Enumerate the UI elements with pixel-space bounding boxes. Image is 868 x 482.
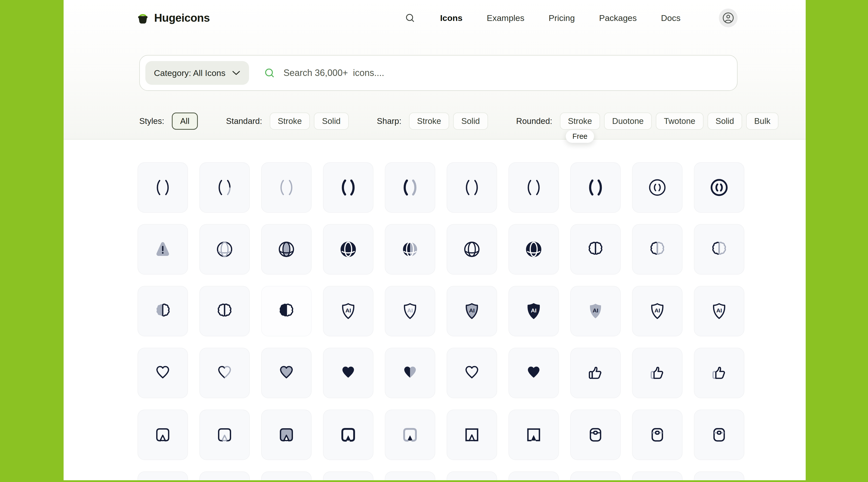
icon-card[interactable] — [508, 162, 559, 213]
parentheses-icon — [586, 178, 605, 197]
icon-card[interactable] — [446, 348, 497, 398]
icon-card[interactable] — [261, 410, 312, 460]
icon-card[interactable]: AI — [446, 286, 497, 336]
icon-card[interactable] — [385, 472, 435, 480]
style-filters: Styles:AllStandard:StrokeSolidSharp:Stro… — [139, 113, 806, 130]
header: Hugeicons IconsExamplesPricingPackagesDo… — [64, 0, 806, 36]
globe-icon — [215, 240, 235, 259]
icon-card[interactable] — [137, 286, 188, 336]
icon-card[interactable] — [570, 472, 621, 480]
filter-button-bulk[interactable]: Bulk — [746, 113, 778, 130]
icon-card[interactable] — [446, 410, 497, 460]
filter-button-stroke[interactable]: StrokeFree — [560, 113, 600, 130]
filter-button-twotone[interactable]: Twotone — [656, 113, 704, 130]
icon-card[interactable] — [137, 410, 188, 460]
parentheses-icon — [338, 178, 358, 197]
icon-card[interactable] — [261, 162, 312, 213]
logo[interactable]: Hugeicons — [135, 10, 210, 25]
svg-text:AI: AI — [469, 307, 475, 314]
brain-icon — [277, 301, 296, 321]
thumbs-up-icon — [586, 363, 605, 383]
icon-card[interactable] — [694, 348, 744, 398]
icon-card[interactable] — [508, 410, 559, 460]
avatar-button[interactable] — [719, 8, 738, 27]
icon-card[interactable] — [694, 224, 744, 275]
icon-card[interactable] — [508, 348, 559, 398]
filter-button-stroke[interactable]: Stroke — [409, 113, 449, 130]
icon-card[interactable] — [137, 162, 188, 213]
nav-link-packages[interactable]: Packages — [599, 13, 637, 23]
icon-card[interactable] — [323, 472, 373, 480]
search-input[interactable] — [283, 67, 727, 79]
icon-card[interactable] — [323, 162, 373, 213]
icon-card[interactable] — [323, 410, 373, 460]
icon-card[interactable] — [632, 162, 683, 213]
icon-card[interactable] — [570, 348, 621, 398]
filter-button-solid[interactable]: Solid — [453, 113, 488, 130]
parentheses-icon — [215, 178, 235, 197]
heart-icon — [462, 363, 482, 383]
filter-button-solid[interactable]: Solid — [708, 113, 742, 130]
icon-card[interactable] — [632, 348, 683, 398]
search-icon[interactable] — [404, 12, 416, 24]
filter-button-duotone[interactable]: Duotone — [604, 113, 652, 130]
icon-card[interactable] — [385, 224, 435, 275]
icon-card[interactable] — [385, 162, 435, 213]
icon-card[interactable] — [323, 224, 373, 275]
filter-group-label: Rounded: — [516, 116, 552, 126]
icon-card[interactable] — [570, 410, 621, 460]
icon-card[interactable]: AI — [508, 286, 559, 336]
icon-card[interactable] — [694, 472, 744, 480]
icon-card[interactable] — [632, 472, 683, 480]
category-dropdown[interactable]: Category: All Icons — [145, 61, 249, 85]
icon-card[interactable] — [385, 348, 435, 398]
icon-card[interactable]: AI — [323, 286, 373, 336]
icon-card[interactable] — [199, 162, 250, 213]
icon-card[interactable] — [694, 410, 744, 460]
nav-link-examples[interactable]: Examples — [487, 13, 524, 23]
icon-card[interactable] — [570, 224, 621, 275]
icon-card[interactable] — [199, 410, 250, 460]
icon-card[interactable] — [199, 348, 250, 398]
logo-text: Hugeicons — [154, 11, 210, 24]
svg-text:AI: AI — [716, 307, 722, 314]
icon-card[interactable] — [199, 472, 250, 480]
icon-card[interactable] — [446, 224, 497, 275]
filter-button-solid[interactable]: Solid — [314, 113, 348, 130]
icon-card[interactable]: AI — [694, 286, 744, 336]
icon-card[interactable] — [137, 348, 188, 398]
filter-button-stroke[interactable]: Stroke — [270, 113, 310, 130]
icon-card[interactable]: AI — [632, 286, 683, 336]
filter-group: Rounded:StrokeFreeDuotoneTwotoneSolidBul… — [516, 113, 779, 130]
ai-shield-icon: AI — [400, 301, 420, 321]
icon-card[interactable] — [199, 224, 250, 275]
icon-card[interactable] — [570, 162, 621, 213]
nav-link-docs[interactable]: Docs — [661, 13, 681, 23]
icon-card[interactable] — [632, 224, 683, 275]
icon-card[interactable] — [385, 410, 435, 460]
icon-card[interactable] — [694, 162, 744, 213]
icon-card[interactable] — [199, 286, 250, 336]
icon-card[interactable]: AI — [385, 286, 435, 336]
icon-card[interactable] — [508, 224, 559, 275]
category-label: Category: All Icons — [154, 68, 225, 78]
icon-card[interactable] — [632, 410, 683, 460]
icon-card[interactable] — [261, 224, 312, 275]
icon-card[interactable]: AI — [570, 286, 621, 336]
heart-icon — [215, 363, 235, 383]
filter-button-label: All — [180, 116, 189, 126]
icon-card[interactable] — [323, 348, 373, 398]
nav-link-icons[interactable]: Icons — [440, 13, 463, 23]
icon-card[interactable] — [446, 162, 497, 213]
nav-link-pricing[interactable]: Pricing — [549, 13, 575, 23]
icon-card[interactable] — [261, 286, 312, 336]
icon-card[interactable] — [261, 348, 312, 398]
icon-card[interactable] — [508, 472, 559, 480]
icon-grid: AIAIAIAIAIAIAI — [137, 162, 744, 480]
icon-card[interactable] — [137, 224, 188, 275]
filter-button-all[interactable]: All — [172, 113, 198, 130]
icon-card[interactable] — [261, 472, 312, 480]
icon-card[interactable] — [137, 472, 188, 480]
icon-card[interactable] — [446, 472, 497, 480]
filter-button-label: Stroke — [568, 116, 592, 126]
